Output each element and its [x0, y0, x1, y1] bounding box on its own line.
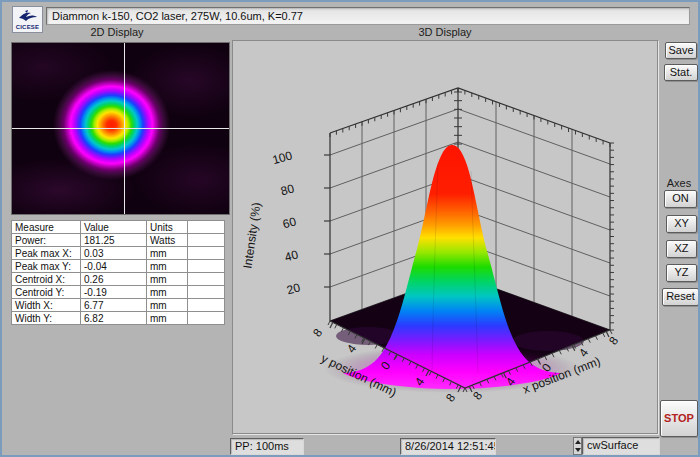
units-cell: mm — [147, 312, 188, 325]
beam-profile-2d-display[interactable] — [11, 42, 230, 215]
y-tick-label: 8 — [310, 326, 325, 340]
measure-cell: Width Y: — [12, 312, 81, 325]
z-tick-label: 100 — [271, 148, 294, 167]
measure-cell: Centroid Y: — [12, 286, 81, 299]
stop-button[interactable]: STOP — [660, 400, 698, 437]
measurement-table: Measure Value Units Power: 181.25 Watts … — [11, 220, 225, 325]
axes-reset-button[interactable]: Reset — [662, 288, 699, 306]
datetime-indicator: 8/26/2014 12:51:45 PM — [400, 438, 496, 455]
table-row: Centroid Y: -0.19 mm — [12, 286, 225, 299]
measure-cell: Peak max X: — [12, 247, 81, 260]
beam-profile-3d-display[interactable]: Intensity (%) 100 80 60 40 20 8 4 0 4 8 … — [232, 40, 658, 434]
measure-cell: Peak max Y: — [12, 260, 81, 273]
stat-button[interactable]: Stat. — [664, 64, 698, 81]
value-cell: -0.19 — [81, 286, 147, 299]
table-row: Width X: 6.77 mm — [12, 299, 225, 312]
extra-cell — [188, 312, 225, 325]
axes-xz-button[interactable]: XZ — [666, 240, 697, 258]
units-cell: Watts — [147, 234, 188, 247]
value-cell: 0.03 — [81, 247, 147, 260]
extra-cell — [188, 299, 225, 312]
table-row: Centroid X: 0.26 mm — [12, 273, 225, 286]
units-cell: mm — [147, 247, 188, 260]
extra-cell — [188, 247, 225, 260]
value-cell: -0.04 — [81, 260, 147, 273]
extra-cell — [188, 273, 225, 286]
3d-surface-plot: Intensity (%) 100 80 60 40 20 8 4 0 4 8 … — [233, 41, 657, 433]
z-tick-label: 80 — [279, 181, 296, 198]
units-cell: mm — [147, 260, 188, 273]
axes-xy-button[interactable]: XY — [666, 215, 697, 233]
table-row: Peak max X: 0.03 mm — [12, 247, 225, 260]
extra-cell — [188, 260, 225, 273]
x-tick-label: 8 — [606, 334, 621, 348]
display-3d-label: 3D Display — [232, 26, 658, 38]
table-header-row: Measure Value Units — [12, 221, 225, 234]
beam-spot — [53, 70, 170, 179]
z-tick-label: 40 — [283, 247, 300, 264]
value-cell: 6.82 — [81, 312, 147, 325]
bird-icon — [17, 10, 39, 24]
value-cell: 181.25 — [81, 234, 147, 247]
z-tick-label: 60 — [281, 214, 298, 231]
z-axis-title: Intensity (%) — [240, 201, 263, 269]
table-row: Peak max Y: -0.04 mm — [12, 260, 225, 273]
spinner-up-icon[interactable] — [575, 440, 581, 444]
value-cell: 6.77 — [81, 299, 147, 312]
table-row: Power: 181.25 Watts — [12, 234, 225, 247]
axes-yz-button[interactable]: YZ — [666, 264, 697, 282]
pulse-period-indicator: PP: 100ms — [230, 438, 304, 455]
z-tick-label: 20 — [285, 280, 302, 297]
col-header-value: Value — [81, 221, 147, 234]
axes-label: Axes — [659, 177, 699, 189]
measure-cell: Width X: — [12, 299, 81, 312]
extra-cell — [188, 234, 225, 247]
crosshair-horizontal — [12, 128, 229, 129]
value-cell: 0.26 — [81, 273, 147, 286]
measure-cell: Centroid X: — [12, 273, 81, 286]
units-cell: mm — [147, 299, 188, 312]
table-row: Width Y: 6.82 mm — [12, 312, 225, 325]
mode-selector[interactable]: cwSurface — [582, 437, 660, 455]
measure-cell: Power: — [12, 234, 81, 247]
col-header-measure: Measure — [12, 221, 81, 234]
spinner-down-icon[interactable] — [575, 448, 581, 452]
col-header-units: Units — [147, 221, 188, 234]
col-header-extra — [188, 221, 225, 234]
axes-on-button[interactable]: ON — [664, 190, 697, 208]
save-button[interactable]: Save — [665, 42, 697, 59]
units-cell: mm — [147, 273, 188, 286]
units-cell: mm — [147, 286, 188, 299]
extra-cell — [188, 286, 225, 299]
session-title-field[interactable]: Diammon k-150, CO2 laser, 275W, 10.6um, … — [46, 7, 690, 25]
beam-profiler-window: CICESE Diammon k-150, CO2 laser, 275W, 1… — [0, 0, 700, 457]
display-2d-label: 2D Display — [2, 26, 232, 38]
mode-spinner[interactable] — [573, 437, 582, 455]
